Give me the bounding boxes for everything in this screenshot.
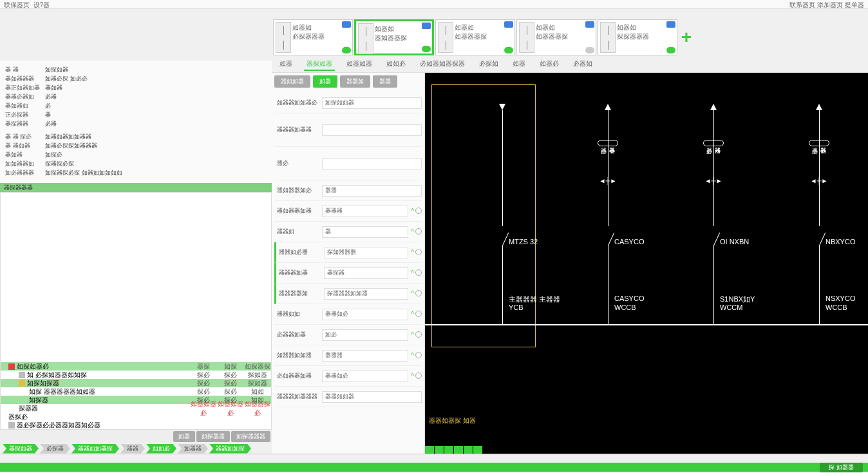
chevron-up-icon[interactable]: ^ [411, 249, 414, 256]
field-input[interactable]: 器器如如器 [322, 391, 422, 403]
canvas-tool[interactable] [435, 446, 444, 454]
tab[interactable]: 如器 [277, 58, 295, 71]
status-badge [422, 46, 431, 52]
device-card[interactable]: 如器如必探器器器 [273, 19, 353, 55]
tree-row[interactable]: 器必探器必必器器如器如必器 [1, 421, 271, 429]
field-input[interactable] [322, 158, 422, 169]
tab[interactable]: 如如必 [384, 58, 408, 71]
tree-row[interactable]: 探器器如器如器必如器如器必如器器探必 [1, 404, 271, 412]
canvas-tool[interactable] [464, 446, 473, 454]
chevron-up-icon[interactable]: ^ [411, 311, 414, 318]
field-input[interactable]: 器器器 [322, 350, 408, 362]
form-button[interactable]: 器器如 [340, 75, 370, 88]
field-input[interactable]: 器探器 [324, 267, 408, 279]
info-icon[interactable] [342, 21, 351, 28]
form-panel: 器如如器如器器器如器器 如器器如如器必如探如如器器器器如器器器必器如器器如必器器… [272, 73, 425, 454]
tree-row[interactable]: 如 必探如器器如如探探必探必探如器 [1, 371, 271, 379]
breadcrumb-item[interactable]: 如如必 [146, 444, 176, 454]
circuit-label: WCCB [614, 304, 636, 311]
circuit-label: S1NBX如Y [720, 294, 755, 304]
tab[interactable]: 如器 [510, 58, 528, 71]
reset-icon[interactable] [415, 208, 422, 214]
action-btn-1[interactable]: 如器 [173, 431, 195, 442]
canvas-tool[interactable] [454, 446, 463, 454]
device-thumb [438, 22, 453, 53]
chevron-up-icon[interactable]: ^ [411, 331, 414, 338]
tab[interactable]: 如器如器 [344, 58, 375, 71]
reset-icon[interactable] [415, 311, 422, 317]
field-input[interactable]: 器器如必 [322, 309, 408, 320]
field-input[interactable]: 如探如如器 [322, 97, 422, 109]
tree-row[interactable]: 如探 器器器器器如如器探必探必如如 [1, 387, 271, 396]
add-device-button[interactable]: + [679, 19, 694, 55]
device-thumb [276, 22, 291, 53]
reset-icon[interactable] [415, 290, 422, 296]
schematic-canvas[interactable]: 器器如器探 如器 MTZS 32主器器器 主器器YCB器器器 必器◄┼►CASY… [425, 73, 868, 454]
tab[interactable]: 必探如 [476, 58, 501, 71]
tab[interactable]: 器探如器 [304, 58, 335, 71]
reset-icon[interactable] [415, 249, 422, 255]
field-label: 器器器器如 [276, 289, 324, 298]
circuit-label: 主器器器 主器器 [509, 294, 560, 304]
device-card[interactable]: 如器如如器器器探 [435, 19, 515, 55]
chevron-up-icon[interactable]: ^ [411, 290, 414, 297]
reset-icon[interactable] [415, 372, 422, 379]
device-card[interactable]: 如器如如器器器探 [516, 19, 596, 55]
circuit-label: OI NXBN [720, 238, 749, 246]
canvas-tool[interactable] [473, 446, 482, 454]
info-icon[interactable] [585, 21, 594, 28]
device-thumb [519, 22, 534, 53]
chevron-up-icon[interactable]: ^ [411, 228, 414, 235]
breadcrumb-item[interactable]: 器探如器 [3, 444, 39, 454]
breadcrumb-item[interactable]: 器器如如器探 [71, 444, 119, 454]
device-card[interactable]: 如器如器如器器探 [354, 19, 434, 55]
reset-icon[interactable] [415, 331, 422, 338]
action-btn-2[interactable]: 如探器器 [196, 431, 230, 442]
form-button[interactable]: 器如如器 [274, 75, 310, 88]
tree-icon [8, 422, 15, 429]
prop-label: 器器必器如 [5, 93, 45, 101]
form-button[interactable]: 如器 [313, 75, 337, 88]
breadcrumb-item[interactable]: 如器器 [178, 444, 208, 454]
form-button[interactable]: 器器 [373, 75, 397, 88]
device-card[interactable]: 如器如探探器器器 [598, 19, 677, 55]
tab[interactable]: 如器必 [537, 58, 561, 71]
tab[interactable]: 必器如 [571, 58, 595, 71]
chevron-up-icon[interactable]: ^ [411, 372, 414, 380]
canvas-tool[interactable] [425, 446, 434, 454]
tab[interactable]: 必如器如器探器 [417, 58, 467, 71]
field-input[interactable]: 器器如必 [322, 371, 408, 382]
info-icon[interactable] [504, 21, 513, 28]
circuit-label: WCCM [720, 304, 742, 311]
field-label: 器如器器如必 [274, 186, 322, 195]
field-input[interactable]: 探如器器器 [324, 247, 408, 258]
tree-area: 如探如器必器探如探如探器探如 必探如器器如如探探必探必探如器如探如探器探必探必探… [0, 192, 272, 430]
status-badge [585, 47, 594, 53]
chevron-up-icon[interactable]: ^ [411, 269, 414, 276]
info-icon[interactable] [422, 23, 431, 29]
reset-icon[interactable] [415, 228, 422, 235]
reset-icon[interactable] [415, 269, 422, 276]
field-input[interactable]: 器器器 [322, 206, 408, 217]
field-input[interactable] [322, 124, 422, 136]
field-input[interactable]: 探器器器如如器 [324, 288, 408, 300]
chevron-up-icon[interactable]: ^ [411, 352, 414, 359]
breadcrumb-item[interactable]: 必探器 [40, 444, 70, 454]
tree-row[interactable]: 如探如器必器探如探如探器探 [1, 362, 271, 371]
field-input[interactable]: 器 [322, 226, 408, 238]
confirm-button[interactable]: 探 如器器 [820, 463, 863, 472]
prop-label: 器 器如器 [5, 142, 45, 150]
info-icon[interactable] [666, 21, 675, 28]
canvas-tool[interactable] [444, 446, 453, 454]
breadcrumb: 器探如器必探器器器如如器探器器如如必如器器器器如如探 [0, 443, 272, 454]
field-input[interactable]: 器器 [322, 185, 422, 197]
tree-row[interactable]: 如探如探器探必探必探如器 [1, 379, 271, 387]
circuit-label: NSXYCO [826, 294, 855, 302]
reset-icon[interactable] [415, 352, 422, 358]
breadcrumb-item[interactable]: 器器 [120, 444, 145, 454]
prop-label: 器正如器如器 [5, 84, 45, 92]
chevron-up-icon[interactable]: ^ [411, 208, 414, 215]
breadcrumb-item[interactable]: 器器如如探 [209, 444, 251, 454]
field-input[interactable]: 如必 [322, 329, 408, 341]
action-btn-3[interactable]: 如探器器器 [231, 431, 270, 442]
